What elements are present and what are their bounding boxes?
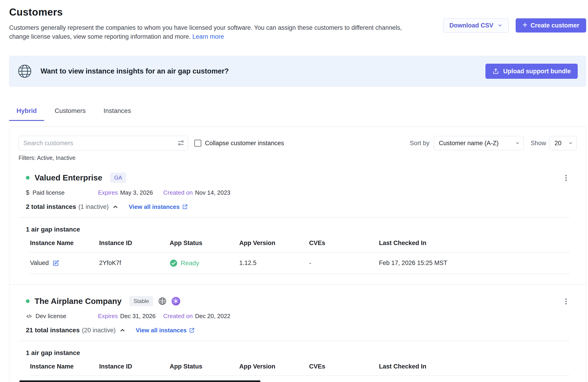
kebab-menu-icon[interactable]: [562, 297, 570, 306]
sort-select[interactable]: Customer name (A-Z): [434, 136, 524, 150]
chevron-up-icon[interactable]: [119, 327, 126, 334]
page-title: Customers: [9, 6, 443, 18]
channel-badge: GA: [110, 173, 126, 183]
col-instance-name: Instance Name: [30, 363, 99, 370]
code-icon: [26, 313, 32, 319]
view-all-instances-link[interactable]: View all instances: [129, 203, 188, 211]
tab-customers[interactable]: Customers: [47, 103, 93, 121]
external-link-icon: [189, 327, 195, 333]
divider: [19, 341, 570, 341]
view-all-label: View all instances: [136, 327, 187, 334]
airgap-banner: Want to view instance insights for an ai…: [9, 56, 586, 86]
instance-name: Valued: [30, 259, 49, 267]
customer-name: The Airplane Company: [35, 297, 122, 306]
learn-more-link[interactable]: Learn more: [192, 33, 224, 40]
app-status-cell: Ready: [170, 259, 239, 267]
edit-icon[interactable]: [52, 260, 59, 267]
sort-controls: Sort by Customer name (A-Z) Show 20: [410, 136, 577, 150]
customer-card-valued-enterprise: Valued Enterprise GA $ Paid license Expi…: [19, 161, 577, 274]
upload-icon: [492, 68, 499, 75]
page-size-select[interactable]: 20: [550, 136, 577, 150]
license-label: Paid license: [33, 189, 64, 196]
expires-date: May 3, 2026: [120, 189, 153, 196]
create-customer-label: Create customer: [530, 22, 579, 29]
col-last-checked-in: Last Checked In: [379, 239, 570, 247]
search-box: [19, 136, 188, 150]
created-date: Dec 20, 2022: [195, 313, 231, 319]
active-filters-note: Filters: Active, Inactive: [19, 155, 577, 161]
chevron-down-icon: [515, 141, 520, 146]
collapse-instances-label: Collapse customer instances: [205, 140, 284, 147]
table-header-row: Instance Name Instance ID App Status App…: [30, 363, 570, 376]
page-size-value: 20: [555, 140, 561, 147]
tab-bar: Hybrid Customers Instances: [9, 103, 586, 121]
col-instance-id: Instance ID: [99, 239, 170, 247]
expiry-info: ExpiresMay 3, 2026: [98, 189, 163, 196]
view-all-label: View all instances: [129, 203, 180, 211]
instances-inactive-count: (20 inactive): [82, 327, 116, 334]
view-all-instances-link[interactable]: View all instances: [136, 327, 195, 334]
col-instance-name: Instance Name: [30, 239, 99, 247]
customer-header: The Airplane Company Stable: [26, 296, 570, 306]
header-text-block: Customers Customers generally represent …: [9, 4, 443, 41]
created-info: Created onDec 20, 2022: [163, 313, 230, 320]
table-header-row: Instance Name Instance ID App Status App…: [30, 239, 570, 252]
divider: [19, 217, 570, 218]
col-last-checked-in: Last Checked In: [379, 363, 570, 370]
active-status-dot: [26, 299, 30, 303]
globe-icon: [158, 297, 167, 305]
created-label: Created on: [163, 313, 193, 319]
banner-title: Want to view instance insights for an ai…: [41, 67, 229, 75]
globe-icon: [18, 64, 32, 78]
expires-date: Dec 31, 2026: [120, 313, 156, 319]
instances-summary-row: 2 total instances (1 inactive) View all …: [26, 203, 570, 211]
dollar-icon: $: [26, 189, 29, 196]
customer-name: Valued Enterprise: [35, 173, 102, 182]
instances-inactive-count: (1 inactive): [78, 203, 108, 211]
channel-badge: Stable: [129, 296, 153, 306]
upload-support-bundle-button[interactable]: Upload support bundle: [485, 64, 578, 79]
license-label: Dev license: [36, 313, 66, 320]
customers-page: Customers Customers generally represent …: [0, 0, 588, 382]
create-customer-button[interactable]: + Create customer: [516, 18, 586, 33]
page-header: Customers Customers generally represent …: [9, 4, 586, 41]
header-actions: Download CSV + Create customer: [443, 18, 586, 33]
airgap-instance-table: Instance Name Instance ID App Status App…: [30, 363, 570, 376]
sort-by-label: Sort by: [410, 140, 430, 147]
kebab-menu-icon[interactable]: [562, 174, 570, 183]
col-instance-id: Instance ID: [99, 363, 170, 370]
filter-sliders-icon[interactable]: [177, 139, 184, 147]
customers-card: Collapse customer instances Sort by Cust…: [9, 127, 586, 382]
collapse-instances-control: Collapse customer instances: [194, 140, 284, 147]
license-type: $ Paid license: [26, 189, 98, 196]
created-date: Nov 14, 2023: [195, 189, 231, 196]
external-link-icon: [182, 204, 188, 210]
cutoff-dark-bar: [20, 381, 260, 382]
last-checked-in: Feb 17, 2026 15:25 MST: [379, 259, 570, 267]
table-row: Valued 2YfoK7f Ready: [30, 252, 570, 274]
col-cves: CVEs: [309, 363, 379, 370]
col-app-status: App Status: [170, 239, 239, 247]
tab-hybrid[interactable]: Hybrid: [9, 103, 44, 121]
download-csv-button[interactable]: Download CSV: [443, 18, 509, 33]
license-type: Dev license: [26, 313, 98, 320]
chevron-up-icon[interactable]: [112, 204, 119, 210]
created-info: Created onNov 14, 2023: [163, 189, 230, 196]
customer-header: Valued Enterprise GA: [26, 173, 570, 183]
collapse-instances-checkbox[interactable]: [194, 140, 201, 147]
col-app-status: App Status: [170, 363, 239, 370]
expires-label: Expires: [98, 313, 118, 319]
instance-name-cell: Valued: [30, 259, 99, 267]
page-description: Customers generally represent the compan…: [9, 23, 421, 41]
app-version: 1.12.5: [239, 259, 309, 267]
instances-total: 21 total instances: [26, 327, 80, 334]
check-circle-icon: [170, 259, 177, 267]
upload-button-label: Upload support bundle: [503, 68, 571, 75]
customers-toolbar: Collapse customer instances Sort by Cust…: [19, 136, 577, 150]
instances-total: 2 total instances: [26, 203, 76, 211]
tab-instances[interactable]: Instances: [96, 103, 138, 121]
created-label: Created on: [163, 189, 193, 196]
chevron-down-icon: [498, 23, 503, 28]
search-input[interactable]: [19, 136, 188, 150]
col-app-version: App Version: [239, 363, 309, 370]
